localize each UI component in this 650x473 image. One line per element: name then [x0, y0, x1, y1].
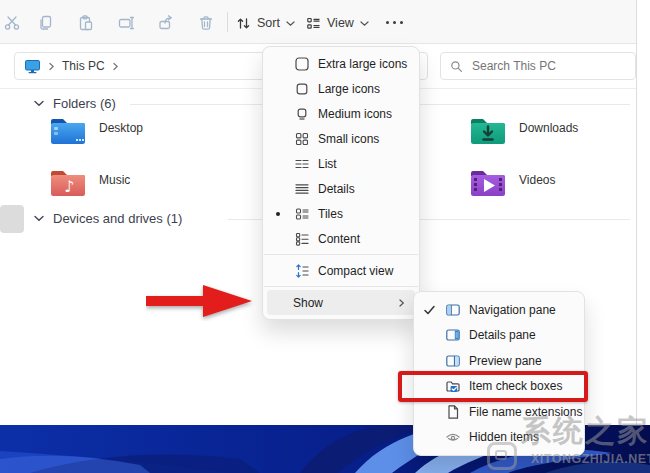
rename-icon[interactable] [116, 13, 136, 33]
selected-bullet [276, 212, 280, 216]
hidden-items-icon [444, 429, 461, 445]
navigation-pane-icon [444, 302, 461, 318]
folder-label: Desktop [99, 121, 143, 135]
file-explorer-window: Sort View [0, 0, 650, 473]
small-icons-icon [293, 131, 310, 147]
folders-group-label: Folders (6) [53, 96, 116, 111]
menu-item-list[interactable]: List [263, 151, 419, 176]
downloads-folder-icon [468, 114, 508, 148]
menu-item-show[interactable]: Show [267, 290, 415, 315]
menu-item-tiles[interactable]: Tiles [263, 201, 419, 226]
red-highlight-box [398, 371, 588, 402]
details-view-icon [293, 181, 310, 197]
sort-icon [236, 16, 251, 31]
menu-item-large-icons[interactable]: Large icons [263, 76, 419, 101]
menu-separator [264, 254, 418, 255]
breadcrumb-this-pc[interactable]: This PC [62, 59, 105, 73]
menu-item-compact-view[interactable]: Compact view [263, 258, 419, 283]
share-icon[interactable] [156, 13, 176, 33]
watermark-logo [487, 442, 517, 470]
command-toolbar: Sort View [0, 0, 637, 44]
folder-tile-downloads[interactable]: Downloads [468, 114, 578, 148]
file-name-extensions-icon [444, 404, 461, 420]
list-view-icon [293, 156, 310, 172]
medium-icons-icon [293, 106, 310, 122]
folder-tile-desktop[interactable]: Desktop [48, 114, 143, 148]
menu-item-details[interactable]: Details [263, 176, 419, 201]
submenu-chevron-icon [398, 298, 405, 308]
chevron-expand-icon [34, 215, 44, 222]
view-icon [306, 16, 321, 31]
view-dropdown-menu: Extra large icons Large icons Medium ico… [262, 46, 420, 320]
chevron-expand-icon [34, 100, 44, 107]
devices-group-label: Devices and drives (1) [53, 211, 182, 226]
preview-pane-icon [444, 353, 461, 369]
view-button[interactable]: View [306, 12, 369, 34]
search-box[interactable] [440, 52, 636, 80]
chevron-down-icon [286, 20, 295, 27]
large-icons-icon [293, 81, 310, 97]
submenu-item-preview-pane[interactable]: Preview pane [414, 348, 584, 374]
folder-tile-music[interactable]: ♪ Music [48, 166, 130, 200]
sort-label: Sort [257, 16, 280, 30]
breadcrumb-chevron-icon [112, 62, 119, 71]
submenu-item-details-pane[interactable]: Details pane [414, 323, 584, 349]
view-label: View [327, 16, 354, 30]
breadcrumb-chevron-icon [48, 62, 55, 71]
checkmark-icon [414, 304, 444, 316]
red-arrow-annotation [146, 281, 256, 321]
scrollbar-thumb[interactable] [0, 205, 24, 233]
cut-icon[interactable] [2, 13, 22, 33]
watermark-title: 系统之家 [521, 416, 649, 446]
see-more-button[interactable] [386, 13, 403, 31]
menu-item-extra-large-icons[interactable]: Extra large icons [263, 51, 419, 76]
folders-group-header[interactable]: Folders (6) [34, 96, 116, 111]
toolbar-divider [227, 12, 228, 32]
videos-folder-icon [468, 166, 508, 200]
svg-text:♪: ♪ [64, 177, 74, 196]
chevron-down-icon [360, 20, 369, 27]
paste-icon[interactable] [76, 13, 96, 33]
this-pc-icon [24, 59, 41, 74]
search-input[interactable] [470, 58, 610, 74]
watermark-site: XITONGZHIJIA.NET [531, 452, 650, 466]
extra-large-icons-icon [293, 56, 310, 72]
devices-group-header[interactable]: Devices and drives (1) [34, 211, 182, 226]
menu-separator [264, 286, 418, 287]
content-view-icon [293, 231, 310, 247]
music-folder-icon: ♪ [48, 166, 88, 200]
folder-tile-videos[interactable]: Videos [468, 166, 555, 200]
search-icon [450, 60, 463, 73]
folder-label: Videos [519, 173, 555, 187]
menu-item-small-icons[interactable]: Small icons [263, 126, 419, 151]
sort-button[interactable]: Sort [236, 12, 295, 34]
window-right-border [636, 0, 637, 425]
copy-icon[interactable] [36, 13, 56, 33]
menu-item-medium-icons[interactable]: Medium icons [263, 101, 419, 126]
compact-view-icon [293, 263, 310, 279]
details-pane-icon [444, 327, 461, 343]
tiles-view-icon [293, 206, 310, 222]
submenu-item-navigation-pane[interactable]: Navigation pane [414, 297, 584, 323]
delete-icon[interactable] [196, 13, 216, 33]
desktop-folder-icon [48, 114, 88, 148]
menu-item-content[interactable]: Content [263, 226, 419, 251]
folder-label: Downloads [519, 121, 578, 135]
folder-label: Music [99, 173, 130, 187]
